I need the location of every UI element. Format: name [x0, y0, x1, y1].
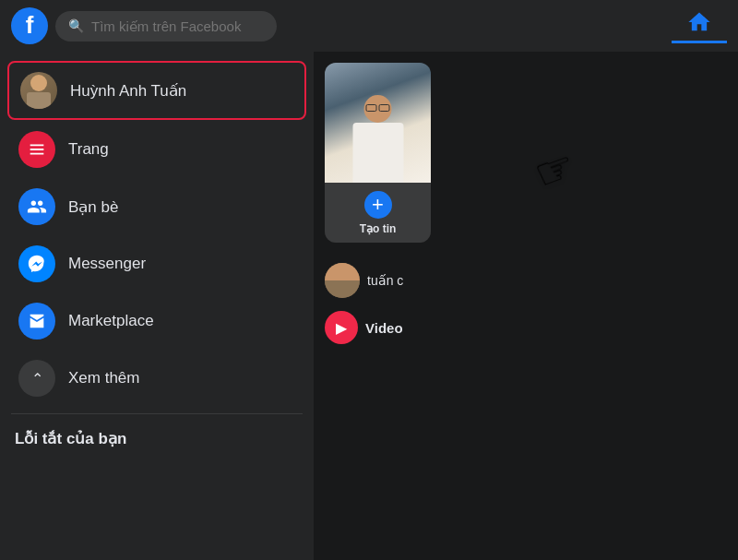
sidebar-section-title: Lỗi tắt của bạn	[0, 422, 314, 456]
sidebar-messenger-label: Messenger	[68, 255, 146, 273]
sidebar-item-marketplace[interactable]: Marketplace	[7, 293, 306, 349]
friends-icon	[18, 188, 55, 225]
create-story-label: Tạo tin	[360, 222, 397, 235]
sidebar-item-friends[interactable]: Bạn bè	[7, 179, 306, 234]
user-story-name: tuấn c	[367, 273, 403, 288]
right-panel: + Tạo tin tuấn c ▶ Video	[314, 52, 738, 560]
home-icon	[686, 9, 712, 35]
right-inner: + Tạo tin tuấn c ▶ Video	[314, 52, 738, 560]
avatar	[20, 72, 57, 109]
glass-right	[379, 104, 390, 112]
glass-left	[366, 104, 377, 112]
video-row: ▶ Video	[314, 305, 738, 350]
video-icon: ▶	[325, 311, 358, 344]
video-label: Video	[365, 320, 403, 336]
story-figure	[352, 95, 403, 183]
create-story-card[interactable]: + Tạo tin	[325, 63, 431, 243]
create-story-plus-btn[interactable]: +	[364, 191, 392, 219]
figure-glasses	[364, 104, 392, 112]
sidebar-divider	[11, 413, 303, 414]
story-bg	[325, 63, 431, 183]
search-icon: 🔍	[68, 18, 84, 33]
sidebar-item-messenger[interactable]: Messenger	[7, 236, 306, 292]
sidebar-marketplace-label: Marketplace	[68, 312, 154, 330]
sidebar: Huỳnh Anh Tuấn Trang Bạn bè	[0, 52, 314, 560]
messenger-icon	[18, 245, 55, 282]
story-footer: + Tạo tin	[325, 183, 431, 243]
figure-body	[352, 123, 403, 183]
sidebar-profile-label: Huỳnh Anh Tuấn	[70, 81, 186, 101]
home-active-indicator	[672, 41, 727, 43]
facebook-f-letter: f	[26, 13, 34, 37]
sidebar-friends-label: Bạn bè	[68, 197, 118, 217]
avatar-head	[30, 75, 47, 91]
search-input[interactable]	[91, 18, 264, 34]
sidebar-item-profile[interactable]: Huỳnh Anh Tuấn	[7, 61, 306, 120]
header: f 🔍	[0, 0, 738, 52]
header-right	[672, 9, 727, 43]
sidebar-pages-label: Trang	[68, 140, 109, 159]
marketplace-icon	[18, 303, 55, 340]
search-bar[interactable]: 🔍	[55, 11, 277, 42]
bottom-user-area: tuấn c	[314, 256, 738, 305]
main-content: Huỳnh Anh Tuấn Trang Bạn bè	[0, 52, 738, 560]
sidebar-item-more[interactable]: ⌃ Xem thêm	[7, 351, 306, 406]
play-icon: ▶	[336, 319, 347, 337]
facebook-logo[interactable]: f	[11, 7, 48, 44]
sidebar-item-pages[interactable]: Trang	[7, 122, 306, 177]
stories-row: + Tạo tin	[314, 52, 738, 248]
sidebar-more-label: Xem thêm	[68, 369, 139, 387]
user-mini-avatar	[325, 263, 360, 298]
avatar-body	[27, 92, 51, 110]
chevron-down-icon: ⌃	[18, 360, 55, 397]
pages-icon	[18, 131, 55, 168]
home-nav-item[interactable]	[672, 9, 727, 43]
